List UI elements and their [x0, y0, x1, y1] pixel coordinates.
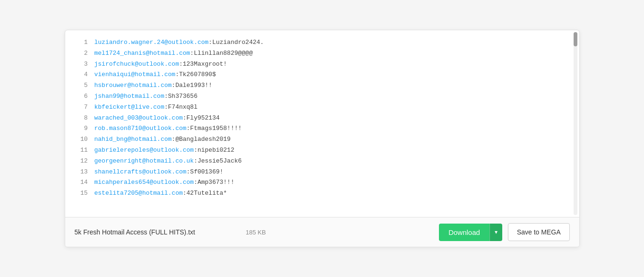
line-email: estelita7205@hotmail.com [94, 189, 183, 199]
file-name: 5k Fresh Hotmail Access (FULL HITS).txt [75, 228, 237, 236]
list-item: 14micahperales654@outlook.com:Amp3673!!! [75, 178, 570, 188]
list-item: 5hsbrouwer@hotmail.com:Dale1993!! [75, 81, 570, 91]
line-separator: : [164, 103, 168, 113]
line-password: @Bangladesh2019 [175, 135, 231, 145]
line-separator: : [208, 38, 212, 48]
line-separator: : [172, 135, 175, 145]
line-number: 5 [75, 81, 88, 91]
scrollbar-track[interactable] [574, 32, 577, 215]
file-size: 185 KB [246, 229, 266, 236]
line-separator: : [179, 60, 183, 69]
line-number: 12 [75, 156, 88, 166]
line-email: gabrielerepoles@outlook.com [94, 146, 194, 156]
line-email: jshan99@hotmail.com [94, 92, 164, 102]
download-button-group: Download ▾ [439, 224, 502, 241]
line-email: micahperales654@outlook.com [94, 178, 194, 188]
file-footer: 5k Fresh Hotmail Access (FULL HITS).txt … [65, 217, 579, 247]
file-viewer: 1luziandro.wagner.24@outlook.com:Luziand… [65, 30, 580, 247]
line-number: 10 [75, 135, 88, 145]
line-number: 3 [75, 60, 88, 69]
list-item: 7kbfeickert@live.com:F74nxq8l [75, 103, 570, 113]
line-number: 15 [75, 189, 88, 199]
line-password: Sh373656 [168, 92, 197, 102]
line-password: Sf001369! [190, 167, 223, 177]
line-number: 11 [75, 146, 88, 156]
line-number: 2 [75, 49, 88, 59]
line-email: luziandro.wagner.24@outlook.com [94, 38, 209, 48]
line-password: Tk2607890$ [179, 70, 216, 80]
list-item: 12georgeenright@hotmail.co.uk:Jessie5Jac… [75, 156, 570, 166]
list-item: 2mel1724_chanis@hotmail.com:Llinllan8829… [75, 49, 570, 59]
line-separator: : [183, 189, 187, 199]
line-number: 1 [75, 38, 88, 48]
line-separator: : [164, 92, 168, 102]
list-item: 1luziandro.wagner.24@outlook.com:Luziand… [75, 38, 570, 48]
line-password: Fly952134 [187, 113, 220, 123]
list-item: 15estelita7205@hotmail.com:42Tutelita* [75, 189, 570, 199]
download-dropdown-button[interactable]: ▾ [489, 224, 502, 241]
line-email: nahid_bng@hotmail.com [94, 135, 172, 145]
line-password: Luziandro2424. [212, 38, 264, 48]
line-email: shanellcrafts@outlook.com [94, 167, 187, 177]
line-password: Llinllan8829@@@@ [194, 49, 253, 59]
save-to-mega-button[interactable]: Save to MEGA [508, 223, 570, 241]
line-password: F74nxq8l [168, 103, 197, 113]
line-email: hsbrouwer@hotmail.com [94, 81, 172, 91]
line-password: Jessie5Jack6 [197, 156, 242, 166]
line-separator: : [172, 81, 175, 91]
line-password: Amp3673!!! [197, 178, 234, 188]
list-item: 11gabrielerepoles@outlook.com:nipebi0212 [75, 146, 570, 156]
file-content: 1luziandro.wagner.24@outlook.com:Luziand… [65, 30, 579, 217]
line-password: nipebi0212 [197, 146, 234, 156]
list-item: 3jsirofchuck@outlook.com:123Maxgroot! [75, 60, 570, 69]
list-item: 13shanellcrafts@outlook.com:Sf001369! [75, 167, 570, 177]
line-number: 6 [75, 92, 88, 102]
line-separator: : [187, 124, 190, 134]
list-item: 6jshan99@hotmail.com:Sh373656 [75, 92, 570, 102]
line-number: 14 [75, 178, 88, 188]
line-password: 42Tutelita* [187, 189, 227, 199]
line-password: Dale1993!! [175, 81, 212, 91]
line-separator: : [190, 49, 194, 59]
line-email: kbfeickert@live.com [94, 103, 164, 113]
line-separator: : [194, 178, 197, 188]
line-separator: : [194, 156, 197, 166]
line-number: 9 [75, 124, 88, 134]
list-item: 9rob.mason8710@outlook.com:Ftmags1958!!!… [75, 124, 570, 134]
line-email: mel1724_chanis@hotmail.com [94, 49, 190, 59]
line-email: georgeenright@hotmail.co.uk [94, 156, 194, 166]
list-item: 8warached_003@outlook.com:Fly952134 [75, 113, 570, 123]
line-password: 123Maxgroot! [183, 60, 227, 69]
scrollbar-thumb[interactable] [574, 32, 577, 46]
chevron-down-icon: ▾ [495, 229, 498, 235]
line-number: 8 [75, 113, 88, 123]
line-email: rob.mason8710@outlook.com [94, 124, 187, 134]
line-separator: : [187, 167, 190, 177]
list-item: 4vienhaiqui@hotmail.com:Tk2607890$ [75, 70, 570, 80]
line-separator: : [175, 70, 179, 80]
line-number: 7 [75, 103, 88, 113]
line-email: jsirofchuck@outlook.com [94, 60, 179, 69]
line-number: 13 [75, 167, 88, 177]
list-item: 10nahid_bng@hotmail.com:@Bangladesh2019 [75, 135, 570, 145]
line-email: vienhaiqui@hotmail.com [94, 70, 176, 80]
line-email: warached_003@outlook.com [94, 113, 183, 123]
line-number: 4 [75, 70, 88, 80]
line-separator: : [194, 146, 197, 156]
download-button[interactable]: Download [439, 224, 489, 241]
line-password: Ftmags1958!!!! [190, 124, 241, 134]
line-separator: : [183, 113, 187, 123]
